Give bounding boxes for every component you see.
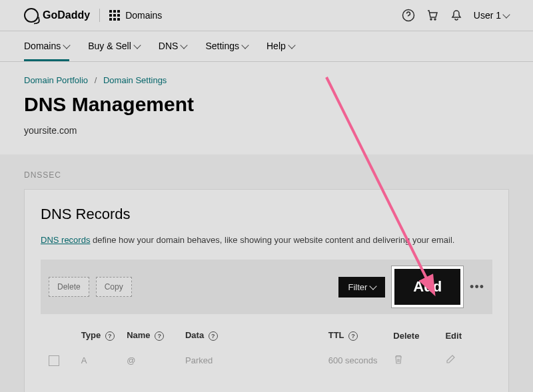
add-button[interactable]: Add: [392, 266, 463, 307]
help-icon[interactable]: ?: [209, 331, 218, 341]
tab-settings[interactable]: Settings: [205, 41, 248, 61]
more-icon[interactable]: •••: [470, 280, 484, 294]
domain-name: yoursite.com: [0, 120, 533, 154]
help-icon[interactable]: ?: [348, 331, 358, 341]
col-edit: Edit: [445, 331, 484, 341]
row-edit-icon[interactable]: [445, 354, 484, 367]
breadcrumb-settings[interactable]: Domain Settings: [103, 75, 167, 85]
dnssec-link[interactable]: DNSSEC: [24, 170, 509, 180]
nav-tabs: Domains Buy & Sell DNS Settings Help: [0, 31, 533, 62]
top-header: GoDaddy Domains User 1: [0, 0, 533, 31]
chevron-down-icon: [63, 41, 71, 49]
user-menu[interactable]: User 1: [474, 10, 509, 21]
chevron-down-icon: [181, 41, 188, 49]
toolbar: Delete Copy Filter Add •••: [41, 260, 492, 314]
tab-buy-sell[interactable]: Buy & Sell: [88, 41, 140, 61]
tab-help[interactable]: Help: [266, 41, 294, 61]
cart-icon[interactable]: [426, 9, 439, 22]
cell-ttl: 600 seconds: [328, 355, 394, 365]
chevron-down-icon: [370, 282, 377, 290]
chevron-down-icon: [288, 41, 295, 49]
apps-grid-icon[interactable]: [109, 10, 120, 21]
brand-logo[interactable]: GoDaddy: [24, 8, 90, 23]
breadcrumb-portfolio[interactable]: Domain Portfolio: [24, 75, 88, 85]
breadcrumb-sep: /: [95, 75, 97, 85]
chevron-down-icon: [502, 11, 510, 18]
row-checkbox[interactable]: [49, 355, 59, 366]
row-delete-icon[interactable]: [393, 354, 445, 367]
breadcrumb: Domain Portfolio / Domain Settings: [0, 62, 533, 89]
divider: [99, 9, 100, 22]
card-title: DNS Records: [41, 206, 492, 223]
tab-dns[interactable]: DNS: [159, 41, 187, 61]
brand-text: GoDaddy: [43, 9, 90, 21]
cell-data: Parked: [185, 355, 328, 365]
svg-point-2: [434, 19, 436, 20]
col-name: Name ?: [127, 330, 185, 341]
dns-records-card: DNS Records DNS records define how your …: [24, 189, 509, 392]
user-label: User 1: [474, 10, 501, 21]
col-delete: Delete: [393, 331, 445, 341]
cell-type: A: [81, 355, 127, 365]
delete-button[interactable]: Delete: [49, 277, 89, 297]
section-label[interactable]: Domains: [125, 10, 162, 21]
col-type: Type ?: [81, 330, 127, 341]
col-data: Data ?: [185, 330, 328, 341]
bell-icon[interactable]: [450, 9, 463, 22]
help-icon[interactable]: ?: [155, 331, 164, 341]
filter-button[interactable]: Filter: [338, 277, 385, 297]
card-description: DNS records define how your domain behav…: [41, 235, 492, 245]
godaddy-icon: [24, 8, 39, 23]
page-title: DNS Management: [0, 89, 533, 120]
help-icon[interactable]: ?: [105, 331, 115, 341]
chevron-down-icon: [241, 41, 249, 49]
svg-point-1: [430, 19, 432, 20]
col-ttl: TTL ?: [328, 330, 394, 341]
copy-button[interactable]: Copy: [96, 277, 132, 297]
table-header: Type ? Name ? Data ? TTL ? Delete Edit: [41, 326, 492, 345]
tab-domains[interactable]: Domains: [24, 41, 69, 61]
table-row: A @ Parked 600 seconds: [41, 345, 492, 376]
chevron-down-icon: [133, 41, 141, 49]
cell-name: @: [127, 355, 185, 365]
help-icon[interactable]: [402, 9, 415, 22]
dns-records-link[interactable]: DNS records: [41, 235, 90, 245]
